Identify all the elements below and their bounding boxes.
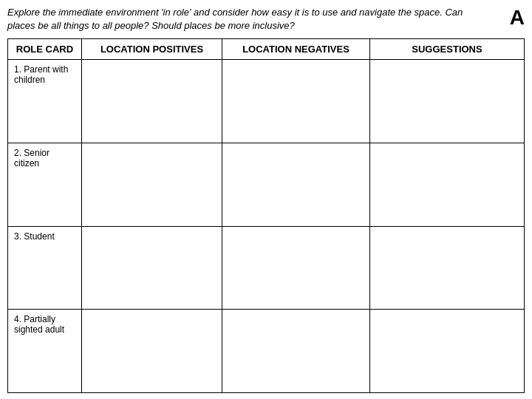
cell-positives-1 [82,60,222,143]
col-header-positives: LOCATION POSITIVES [82,39,222,60]
cell-role-3: 3. Student [8,226,82,310]
cell-negatives-3 [222,226,370,310]
page-container: Explore the immediate environment 'in ro… [0,0,532,399]
table-row: 4. Partially sighted adult [8,310,525,393]
table-header-row: ROLE CARD LOCATION POSITIVES LOCATION NE… [8,39,525,60]
cell-negatives-4 [222,310,370,393]
table-row: 1. Parent with children [8,60,525,143]
cell-negatives-2 [222,143,370,227]
cell-role-4: 4. Partially sighted adult [8,310,82,393]
cell-suggestions-2 [370,143,525,227]
col-header-role: ROLE CARD [8,39,82,60]
cell-suggestions-1 [370,60,525,143]
col-header-negatives: LOCATION NEGATIVES [222,39,370,60]
header-text: Explore the immediate environment 'in ro… [7,6,480,33]
table-row: 3. Student [8,226,525,310]
cell-positives-2 [82,143,222,227]
main-table: ROLE CARD LOCATION POSITIVES LOCATION NE… [7,38,525,393]
cell-positives-4 [82,310,222,393]
header-letter: A [510,6,525,30]
table-row: 2. Senior citizen [8,143,525,227]
header-row: Explore the immediate environment 'in ro… [7,6,525,33]
cell-role-1: 1. Parent with children [8,60,82,143]
cell-suggestions-4 [370,310,525,393]
cell-suggestions-3 [370,226,525,310]
col-header-suggestions: SUGGESTIONS [370,39,525,60]
cell-role-2: 2. Senior citizen [8,143,82,227]
cell-positives-3 [82,226,222,310]
cell-negatives-1 [222,60,370,143]
